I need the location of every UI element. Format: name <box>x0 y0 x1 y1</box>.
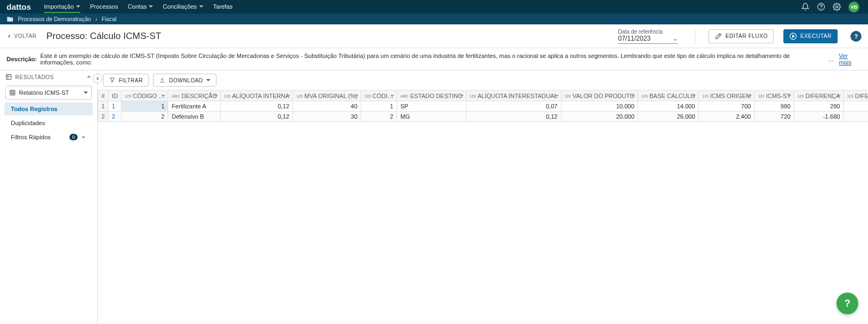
sort-icon <box>354 95 359 97</box>
ref-date-value: 07/11/2023 <box>618 35 678 42</box>
svg-point-1 <box>821 8 821 9</box>
cell-descricao: Fertilizante A <box>168 101 221 112</box>
execute-button[interactable]: EXECUTAR <box>783 29 838 43</box>
table-icon <box>5 74 12 80</box>
table-row[interactable]: 1 1 1 Fertilizante A 0,12 40 1 SP 0,07 1… <box>98 101 869 112</box>
cell-aliq-inter: 0,12 <box>466 112 561 122</box>
col-diferenca-pct[interactable]: 123DIFERENÇA % <box>844 90 868 101</box>
chevron-left-icon <box>95 76 100 81</box>
brand-logo: dattos <box>7 2 31 11</box>
description-row: Descrição: Este é um exemplo de cálculo … <box>0 48 868 70</box>
cell-codigo: 2 <box>122 112 168 122</box>
edit-flow-label: EDITAR FLUXO <box>725 33 768 39</box>
cell-dif-pct: -0,7 <box>844 112 868 122</box>
nav-item-contas[interactable]: Contas <box>127 1 153 13</box>
col-icms-origem[interactable]: 123ICMS ORIGEM <box>699 90 755 101</box>
breadcrumb-link-1[interactable]: Processos de Demonstração <box>18 16 91 22</box>
top-nav: dattos Importação Processos Contas Conci… <box>0 0 868 14</box>
sidebar-item-label: Todos Registros <box>11 106 58 112</box>
collapse-sidebar-button[interactable] <box>93 74 103 83</box>
col-rownum[interactable]: # <box>98 90 108 101</box>
nav-item-processos[interactable]: Processos <box>90 1 118 13</box>
data-grid[interactable]: # ID 123CÓDIGO … ABCDESCRIÇÃO 123ALÍQUOT… <box>98 90 868 324</box>
svg-rect-5 <box>7 75 11 80</box>
description-label: Descrição: <box>7 56 37 62</box>
cell-aliq-interna: 0,12 <box>221 112 293 122</box>
caret-down-icon <box>673 39 678 41</box>
edit-flow-button[interactable]: EDITAR FLUXO <box>709 29 774 43</box>
sort-icon <box>748 95 752 97</box>
cell-dif-pct: 0,4 <box>844 101 868 112</box>
filter-button[interactable]: FILTRAR <box>103 74 149 87</box>
nav-item-importacao[interactable]: Importação <box>44 1 80 13</box>
sort-icon <box>390 95 394 97</box>
see-more-link[interactable]: Ver mais <box>839 53 861 66</box>
sidebar-item-all-records[interactable]: Todos Registros <box>4 102 93 115</box>
report-select[interactable]: Relatório ICMS-ST <box>5 86 92 100</box>
download-label: DOWNLOAD <box>169 77 203 83</box>
help-fab[interactable]: ? <box>837 293 858 314</box>
sidebar-item-label: Duplicidades <box>11 120 45 126</box>
cell-icms-st: 980 <box>755 101 794 112</box>
nav-item-conciliacoes[interactable]: Conciliações <box>163 1 203 13</box>
download-icon <box>159 77 165 83</box>
nav-icons: VB <box>801 2 859 12</box>
cell-aliq-inter: 0,07 <box>466 101 561 112</box>
download-button[interactable]: DOWNLOAD <box>153 74 216 87</box>
content: FILTRAR DOWNLOAD # ID 123CÓDIGO … ABCDES… <box>98 70 868 324</box>
execute-label: EXECUTAR <box>800 33 832 39</box>
col-aliquota-interestadual[interactable]: 123ALÍQUOTA INTERESTADUAL <box>466 90 561 101</box>
main: RESULTADOS Relatório ICMS-ST Todos Regis… <box>0 70 868 324</box>
cell-rownum: 2 <box>98 112 108 122</box>
gear-icon[interactable] <box>833 3 841 11</box>
col-valor-produto[interactable]: 123VALOR DO PRODUTO <box>561 90 638 101</box>
sidebar-item-quick-filters[interactable]: Filtros Rápidos 0 <box>4 131 93 144</box>
nav-item-tarefas[interactable]: Tarefas <box>213 1 233 13</box>
nav-item-label: Processos <box>90 3 118 10</box>
col-base-calculo[interactable]: 123BASE CALCULO <box>638 90 699 101</box>
caret-down-icon <box>206 79 210 81</box>
caret-down-icon <box>199 5 203 8</box>
sort-icon <box>692 95 696 97</box>
cell-id[interactable]: 1 <box>108 101 122 112</box>
col-estado[interactable]: ABCESTADO DESTINO <box>397 90 466 101</box>
cell-base: 14.000 <box>638 101 699 112</box>
caret-down-icon <box>76 5 80 8</box>
cell-base: 26.000 <box>638 112 699 122</box>
breadcrumb-bar: Processos de Demonstração › Fiscal <box>0 14 868 24</box>
table-row[interactable]: 2 2 2 Defensivo B 0,12 30 2 MG 0,12 20.0… <box>98 112 869 122</box>
cell-valor: 10.000 <box>561 101 638 112</box>
cell-mva: 40 <box>293 101 361 112</box>
edit-icon <box>714 33 722 40</box>
col-codi[interactable]: 123CÓDI… <box>361 90 397 101</box>
sort-icon <box>837 95 841 97</box>
cell-mva: 30 <box>293 112 361 122</box>
avatar[interactable]: VB <box>848 2 859 12</box>
col-icms-st[interactable]: 123ICMS-ST <box>755 90 794 101</box>
cell-id[interactable]: 2 <box>108 112 122 122</box>
col-mva[interactable]: 123MVA ORIGINAL (%) <box>293 90 361 101</box>
cell-dif: -1.680 <box>794 112 844 122</box>
cell-codigo: 1 <box>122 101 168 112</box>
col-id[interactable]: ID <box>108 90 122 101</box>
back-button[interactable]: VOLTAR <box>7 33 37 39</box>
header-help-icon[interactable]: ? <box>851 31 861 42</box>
cell-valor: 20.000 <box>561 112 638 122</box>
sidebar-item-duplicates[interactable]: Duplicidades <box>4 116 93 129</box>
col-aliquota-interna[interactable]: 123ALÍQUOTA INTERNA <box>221 90 293 101</box>
col-descricao[interactable]: ABCDESCRIÇÃO <box>168 90 221 101</box>
breadcrumb-link-2[interactable]: Fiscal <box>101 16 116 22</box>
sort-icon <box>459 95 464 97</box>
sidebar-section-header[interactable]: RESULTADOS <box>0 70 97 83</box>
nav-item-label: Tarefas <box>213 3 233 10</box>
sidebar-item-label: Filtros Rápidos <box>11 134 50 140</box>
cell-descricao: Defensivo B <box>168 112 221 122</box>
cell-dif: 280 <box>794 101 844 112</box>
sort-icon <box>631 95 635 97</box>
folder-icon <box>7 16 14 23</box>
reference-date-picker[interactable]: Data de referência 07/11/2023 <box>618 29 678 44</box>
help-icon[interactable] <box>817 3 825 11</box>
bell-icon[interactable] <box>801 3 809 11</box>
col-codigo[interactable]: 123CÓDIGO … <box>122 90 168 101</box>
col-diferenca[interactable]: 123DIFERENÇA <box>794 90 844 101</box>
